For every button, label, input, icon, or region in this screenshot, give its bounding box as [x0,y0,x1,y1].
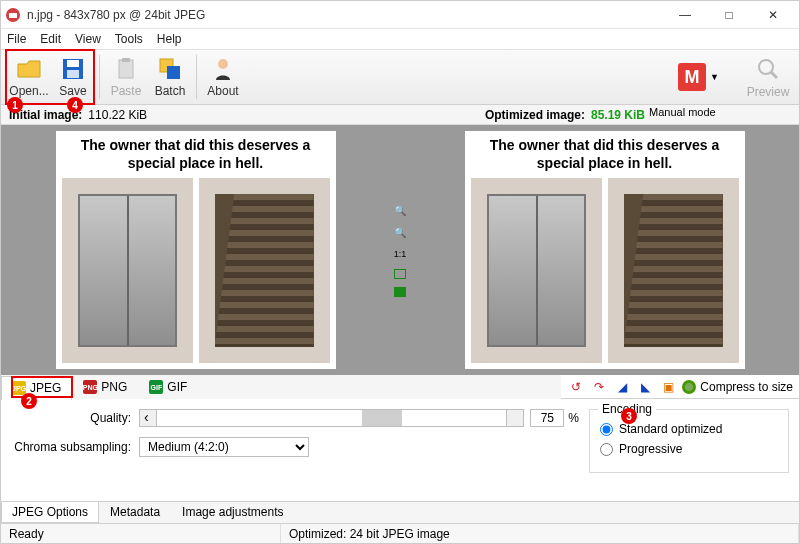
preview-button[interactable]: Preview [743,56,793,99]
minimize-button[interactable]: — [663,1,707,29]
optimized-preview-pane[interactable]: The owner that did this deserves a speci… [410,125,799,375]
tab-jpeg-options[interactable]: JPEG Options [1,502,99,523]
annotation-4: 4 [67,97,83,113]
encoding-group: Encoding Standard optimized Progressive [589,409,789,473]
svg-rect-4 [67,70,79,78]
batch-icon [157,56,183,82]
menu-tools[interactable]: Tools [115,32,143,46]
open-icon [16,56,42,82]
compress-to-size-button[interactable]: Compress to size [682,380,793,394]
image-caption-left: The owner that did this deserves a speci… [56,131,336,172]
svg-rect-5 [119,60,133,78]
about-icon [210,56,236,82]
quality-value-input[interactable] [530,409,564,427]
zoom-1to1-button[interactable]: 1:1 [393,247,407,261]
encoding-progressive-label: Progressive [619,442,682,456]
encoding-standard-radio[interactable]: Standard optimized [600,422,778,436]
batch-button[interactable]: Batch [148,52,192,102]
maximize-button[interactable]: □ [707,1,751,29]
svg-line-11 [771,72,777,78]
annotation-1: 1 [7,97,23,113]
menu-edit[interactable]: Edit [40,32,61,46]
svg-rect-8 [167,66,180,79]
mode-selector[interactable]: M ▼ [678,63,719,91]
batch-label: Batch [155,84,186,98]
optimized-size: 85.19 KiB [591,108,645,122]
close-button[interactable]: ✕ [751,1,795,29]
tab-gif-label: GIF [167,380,187,394]
zoom-in-icon[interactable]: 🔍 [393,203,407,217]
quality-slider[interactable]: ‹ › [139,409,524,427]
save-label: Save [59,84,86,98]
chroma-select[interactable]: Medium (4:2:0) [139,437,309,457]
tab-image-adjustments[interactable]: Image adjustments [171,502,294,523]
open-button[interactable]: Open... [7,52,51,102]
status-optimized: Optimized: 24 bit JPEG image [281,524,799,543]
status-ready: Ready [1,524,281,543]
tab-metadata[interactable]: Metadata [99,502,171,523]
annotation-2: 2 [21,393,37,409]
tab-png-label: PNG [101,380,127,394]
menu-file[interactable]: File [7,32,26,46]
compress-label: Compress to size [700,380,793,394]
open-label: Open... [9,84,48,98]
mode-label: Manual mode [649,106,716,118]
initial-preview-pane[interactable]: The owner that did this deserves a speci… [1,125,390,375]
radio-progressive[interactable] [600,443,613,456]
zoom-toolbar: 🔍 🔍 1:1 [390,125,410,375]
quality-unit: % [568,411,579,425]
menu-bar: File Edit View Tools Help [1,29,799,49]
gear-icon [682,380,696,394]
paste-icon [113,56,139,82]
mode-icon: M [678,63,706,91]
annotation-3: 3 [621,408,637,424]
radio-standard[interactable] [600,423,613,436]
zoom-out-icon[interactable]: 🔍 [393,225,407,239]
crop-icon[interactable]: ▣ [659,378,677,396]
flip-h-icon[interactable]: ◢ [613,378,631,396]
tab-jpeg[interactable]: JPGJPEG [1,376,72,400]
app-icon [5,7,21,23]
svg-rect-6 [122,58,130,62]
bottom-tabs: JPEG Options Metadata Image adjustments [1,501,799,523]
tab-jpeg-label: JPEG [30,381,61,395]
magnifier-icon [755,56,781,85]
save-button[interactable]: Save [51,52,95,102]
paste-label: Paste [111,84,142,98]
optimized-label: Optimized image: [485,108,585,122]
preview-label: Preview [747,85,790,99]
chroma-label: Chroma subsampling: [11,440,131,454]
encoding-progressive-radio[interactable]: Progressive [600,442,778,456]
svg-rect-3 [67,60,79,67]
save-icon [60,56,86,82]
encoding-standard-label: Standard optimized [619,422,722,436]
svg-point-10 [759,60,773,74]
menu-help[interactable]: Help [157,32,182,46]
svg-point-9 [218,59,228,69]
image-caption-right: The owner that did this deserves a speci… [465,131,745,172]
undo-icon[interactable]: ↺ [567,378,585,396]
tab-png[interactable]: PNGPNG [72,375,138,399]
svg-rect-1 [9,13,17,18]
initial-size: 110.22 KiB [88,108,147,122]
redo-icon[interactable]: ↷ [590,378,608,396]
paste-button[interactable]: Paste [104,52,148,102]
settings-panel: Quality: ‹ › % Chroma subsampling: Mediu… [1,399,799,479]
tab-gif[interactable]: GIFGIF [138,375,198,399]
window-title: n.jpg - 843x780 px @ 24bit JPEG [27,8,663,22]
menu-view[interactable]: View [75,32,101,46]
quality-label: Quality: [11,411,131,425]
toolbar: Open... Save Paste Batch About M ▼ Previ… [1,49,799,105]
grid-icon[interactable] [394,287,406,297]
fit-icon[interactable] [394,269,406,279]
about-label: About [207,84,238,98]
status-bar: Ready Optimized: 24 bit JPEG image [1,523,799,543]
preview-area: The owner that did this deserves a speci… [1,125,799,375]
about-button[interactable]: About [201,52,245,102]
flip-v-icon[interactable]: ◣ [636,378,654,396]
